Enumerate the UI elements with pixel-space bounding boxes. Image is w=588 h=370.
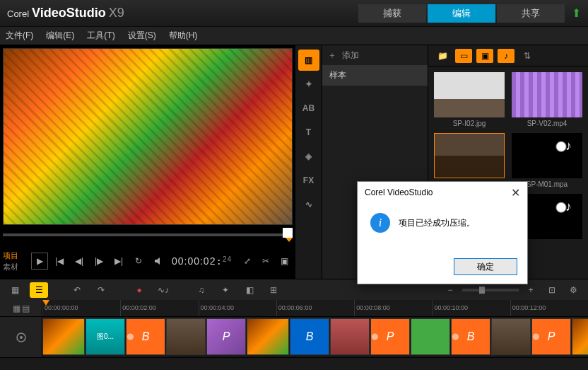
timeline-clip[interactable]: 图0... (86, 318, 125, 355)
menu-edit[interactable]: 编辑(E) (46, 30, 74, 42)
undo-icon[interactable]: ↶ (68, 282, 86, 298)
tick: 00:00:04:00 (199, 300, 276, 316)
media-tab-icon[interactable]: ▥ (298, 50, 319, 71)
timeline-clip[interactable] (572, 318, 588, 355)
timeline-ruler[interactable]: ▦ ▤ 00:00:00:00 00:00:02:00 00:00:04:00 … (0, 300, 588, 317)
filter-audio-icon[interactable]: ♪ (498, 49, 514, 63)
preview-viewport[interactable] (3, 48, 293, 225)
filter-photo-icon[interactable]: ▣ (476, 49, 493, 63)
timecode-display[interactable]: 00:00:02:24 (172, 255, 232, 267)
scrub-handle[interactable] (283, 228, 293, 238)
fit-project-icon[interactable]: ⊡ (543, 282, 561, 298)
tab-share[interactable]: 共享 (497, 4, 565, 23)
menu-help[interactable]: 帮助(H) (169, 30, 198, 42)
next-frame-button[interactable]: |▶ (90, 253, 107, 270)
filter-video-icon[interactable]: ▭ (455, 49, 472, 63)
tab-edit[interactable]: 编辑 (428, 4, 495, 23)
tab-capture[interactable]: 捕获 (358, 4, 426, 23)
video-track-icon (15, 331, 28, 344)
scrub-bar[interactable] (3, 228, 293, 243)
library-item[interactable]: SP-M01.mpa (512, 133, 582, 188)
timeline-clip[interactable]: B (451, 318, 490, 355)
play-button[interactable]: ▶ (31, 253, 48, 270)
zoom-handle[interactable] (479, 287, 485, 294)
thumbnail (512, 72, 582, 117)
path-tab-icon[interactable]: ∿ (298, 194, 319, 215)
timeline-clip[interactable] (491, 318, 531, 355)
version-text: X9 (109, 6, 124, 21)
toggle-tracks-icon[interactable]: ▦ (13, 303, 20, 313)
toggle-tracks-icon-2[interactable]: ▤ (22, 303, 30, 313)
auto-music-icon[interactable]: ♫ (192, 282, 211, 298)
info-icon: i (370, 213, 390, 233)
timeline-clip[interactable]: P (531, 318, 571, 355)
menu-tools[interactable]: 工具(T) (87, 30, 114, 42)
timeline-clip[interactable] (411, 318, 450, 355)
dialog-title-text: Corel VideoStudio (365, 187, 433, 197)
instant-tab-icon[interactable]: ✦ (298, 74, 319, 95)
playback-mode[interactable]: 项目 素材 (3, 250, 28, 272)
ok-button[interactable]: 确定 (454, 258, 517, 275)
timeline-view-icon[interactable]: ☰ (30, 282, 48, 298)
transition-tab-icon[interactable]: AB (298, 98, 319, 119)
menu-bar: 文件(F) 编辑(E) 工具(T) 设置(S) 帮助(H) (0, 27, 588, 45)
folder-sample[interactable]: 样本 (322, 65, 428, 86)
library-item[interactable]: SP-V02.mp4 (512, 72, 582, 127)
dialog-buttons: 确定 (454, 258, 517, 275)
timeline-clip[interactable]: P (370, 318, 410, 355)
add-folder-label[interactable]: 添加 (342, 50, 359, 62)
add-folder-icon[interactable]: ＋ (328, 50, 336, 62)
mode-project[interactable]: 项目 (3, 250, 28, 261)
sort-icon[interactable]: ⇅ (519, 49, 536, 63)
zoom-slider[interactable] (462, 289, 519, 291)
ruler-head: ▦ ▤ (0, 300, 42, 316)
redo-icon[interactable]: ↷ (92, 282, 110, 298)
snapshot-icon[interactable]: ▣ (276, 253, 293, 270)
timeline-clip[interactable]: B (126, 318, 165, 355)
mixer-icon[interactable]: ∿♪ (154, 282, 172, 298)
track-head-video[interactable] (0, 317, 42, 357)
preview-panel: 项目 素材 ▶ |◀ ◀| |▶ ▶| ↻ 00:00:02:24 ⤢ ✂ ▣ (0, 45, 295, 279)
folder-icon[interactable]: 📁 (434, 49, 451, 63)
graphic-tab-icon[interactable]: ◈ (298, 146, 319, 167)
multi-cam-icon[interactable]: ⊞ (264, 282, 283, 298)
svg-point-1 (20, 336, 23, 339)
close-icon[interactable]: ✕ (511, 186, 520, 200)
prev-frame-button[interactable]: ◀| (71, 253, 88, 270)
expand-icon[interactable]: ⤢ (239, 253, 256, 270)
go-end-button[interactable]: ▶| (110, 253, 127, 270)
timeline-clip[interactable] (247, 318, 289, 355)
dialog-message: 项目已经成功压缩。 (399, 217, 475, 229)
go-start-button[interactable]: |◀ (51, 253, 68, 270)
menu-settings[interactable]: 设置(S) (128, 30, 156, 42)
split-icon[interactable]: ✂ (257, 253, 274, 270)
track-content[interactable]: 图0... B P B P B P (42, 317, 588, 357)
thumbnail (512, 133, 582, 178)
upload-icon[interactable]: ⬆ (572, 6, 581, 20)
timeline-clip[interactable] (166, 318, 206, 355)
timeline-clip[interactable] (330, 318, 370, 355)
loop-button[interactable]: ↻ (130, 253, 147, 270)
timeline-clip[interactable]: P (206, 318, 246, 355)
record-icon[interactable]: ● (130, 282, 148, 298)
timeline: ▦ ▤ 00:00:00:00 00:00:02:00 00:00:04:00 … (0, 300, 588, 358)
library-item[interactable]: SP-I02.jpg (434, 72, 505, 127)
subtitle-icon[interactable]: ◧ (240, 282, 259, 298)
audio-button[interactable] (150, 253, 167, 270)
playhead-icon[interactable] (42, 300, 49, 306)
mode-clip[interactable]: 素材 (3, 262, 28, 272)
storyboard-view-icon[interactable]: ▦ (6, 282, 24, 298)
brand-text: Corel (7, 8, 29, 19)
main-tabs: 捕获 编辑 共享 (358, 4, 565, 23)
title-tab-icon[interactable]: T (298, 122, 319, 143)
settings-icon[interactable]: ⚙ (564, 282, 582, 298)
motion-track-icon[interactable]: ✦ (216, 282, 235, 298)
app-logo: Corel VideoStudio X9 (7, 6, 124, 21)
dialog-titlebar[interactable]: Corel VideoStudio ✕ (358, 182, 527, 203)
menu-file[interactable]: 文件(F) (6, 30, 33, 42)
ruler-ticks[interactable]: 00:00:00:00 00:00:02:00 00:00:04:00 00:0… (42, 300, 588, 316)
filter-tab-icon[interactable]: FX (298, 170, 319, 191)
timeline-clip[interactable] (42, 318, 85, 355)
library-item[interactable] (434, 133, 505, 188)
timeline-clip[interactable]: B (290, 318, 329, 355)
